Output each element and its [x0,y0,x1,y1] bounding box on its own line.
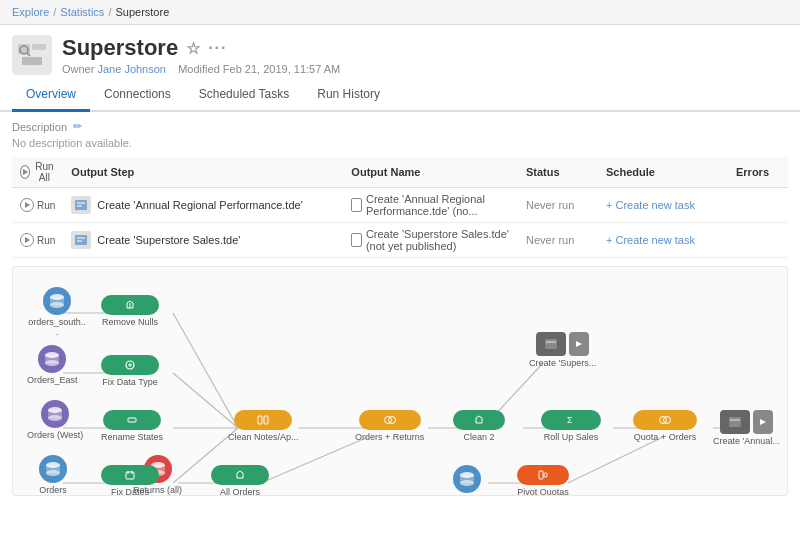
row2-output-name-cell: Create 'Superstore Sales.tde' (not yet p… [343,223,518,258]
page-header: Superstore ☆ ··· Owner Jane Johnson Modi… [0,25,800,79]
col-header-output-name: Output Name [343,157,518,188]
col-header-output-step: Output Step [63,157,343,188]
row1-play-icon [20,198,34,212]
row1-schedule-cell: + Create new task [598,188,728,223]
step-orders-returns-label: Orders + Returns [355,432,424,442]
row1-output-name-text: Create 'Annual Regional Performance.tde'… [366,193,510,217]
description-value: No description available. [12,137,788,149]
node-orders-central[interactable]: Orders (Central) [23,455,83,496]
svg-rect-8 [75,235,87,245]
row1-output-step-cell: Create 'Annual Regional Performance.tde' [63,188,343,223]
step-quota-orders-label: Quota + Orders [634,432,696,442]
col-header-errors: Errors [728,157,788,188]
owner-link[interactable]: Jane Johnson [97,63,166,75]
row1-output-name-cell: Create 'Annual Regional Performance.tde'… [343,188,518,223]
owner-label: Owner [62,63,94,75]
step-orders-returns[interactable]: Orders + Returns [355,410,424,442]
svg-rect-2 [22,57,42,65]
step-create-supers-label: Create 'Supers... [529,358,596,368]
node-orders-south-label: orders_south... [27,317,87,337]
step-rollup-sales[interactable]: Σ Roll Up Sales [541,410,601,442]
node-orders-west-label: Orders (West) [27,430,83,440]
page-title: Superstore ☆ ··· [62,35,788,61]
row2-output-step-cell: Create 'Superstore Sales.tde' [63,223,343,258]
row2-create-task-link[interactable]: + Create new task [606,234,695,246]
node-orders-south[interactable]: orders_south... [27,287,87,337]
node-orders-west[interactable]: Orders (West) [27,400,83,440]
row1-run-button[interactable]: Run [20,198,55,212]
favorite-icon[interactable]: ☆ [186,39,200,58]
step-create-supers[interactable]: Create 'Supers... [529,332,596,368]
step-clean2[interactable]: Clean 2 [453,410,505,442]
row1-create-task-link[interactable]: + Create new task [606,199,695,211]
svg-rect-48 [128,418,136,422]
row2-output-name-text: Create 'Superstore Sales.tde' (not yet p… [366,228,510,252]
step-clean2-label: Clean 2 [463,432,494,442]
svg-rect-60 [544,473,547,477]
step-quota[interactable]: Quota [453,465,481,496]
svg-rect-52 [258,416,262,424]
breadcrumb-explore[interactable]: Explore [12,6,49,18]
row2-output-step-icon [71,231,91,249]
step-fix-dates-label: Fix Dates [111,487,149,496]
step-create-annual-label: Create 'Annual... [713,436,780,446]
node-orders-east-label: Orders_East [27,375,78,385]
step-all-orders-label: Clean Notes/Ap... [228,432,299,442]
node-orders-east[interactable]: Orders_East [27,345,78,385]
step-fix-dates[interactable]: Fix Dates [101,465,159,496]
step-rename-states-label: Rename States [101,432,163,442]
step-rename-states[interactable]: Rename States [101,410,163,442]
step-pivot-quotas-label: Pivot Quotas [517,487,569,496]
tab-scheduled-tasks[interactable]: Scheduled Tasks [185,79,304,112]
step-clean-notes-label: All Orders [220,487,260,496]
step-pivot-quotas[interactable]: Pivot Quotas [517,465,569,496]
more-options-icon[interactable]: ··· [208,39,227,57]
step-remove-nulls[interactable]: Remove Nulls [101,295,159,327]
svg-line-28 [568,437,663,483]
flow-canvas[interactable]: orders_south... Orders_East Orders (West… [12,266,788,496]
step-quota-orders[interactable]: Quota + Orders [633,410,697,442]
svg-rect-67 [729,417,741,427]
svg-rect-53 [264,416,268,424]
breadcrumb-statistics[interactable]: Statistics [60,6,104,18]
run-all-button[interactable]: Run All [20,161,55,183]
output-steps-table: Run All Output Step Output Name Status S… [12,157,788,258]
col-header-run-all: Run All [12,157,63,188]
description-row: Description ✏ [12,120,788,133]
row2-run-label: Run [37,235,55,246]
step-fix-data-type[interactable]: Fix Data Type [101,355,159,387]
step-create-annual[interactable]: Create 'Annual... [713,410,780,446]
description-label: Description [12,121,67,133]
node-orders-central-label: Orders (Central) [23,485,83,496]
tab-overview[interactable]: Overview [12,79,90,112]
breadcrumb: Explore / Statistics / Superstore [0,0,800,25]
tab-connections[interactable]: Connections [90,79,185,112]
svg-point-58 [460,480,474,486]
step-quota-label: Quota [455,495,480,496]
datasource-icon [12,35,52,75]
step-clean-notes[interactable]: All Orders [211,465,269,496]
svg-point-40 [46,470,60,476]
svg-rect-1 [32,44,46,50]
col-header-schedule: Schedule [598,157,728,188]
edit-description-icon[interactable]: ✏ [73,120,82,133]
svg-line-26 [493,363,543,417]
row1-run-label: Run [37,200,55,211]
tab-run-history[interactable]: Run History [303,79,394,112]
modified-label: Modified [178,63,220,75]
svg-rect-59 [539,471,543,479]
run-all-label: Run All [33,161,55,183]
row2-run-button[interactable]: Run [20,233,55,247]
main-content: Description ✏ No description available. … [0,112,800,508]
col-header-status: Status [518,157,598,188]
row1-run-cell: Run [12,188,63,223]
run-all-play-icon [20,165,30,179]
row2-run-cell: Run [12,223,63,258]
svg-rect-5 [75,200,87,210]
svg-text:Σ: Σ [567,415,573,425]
svg-marker-66 [576,341,582,347]
step-all-orders[interactable]: Clean Notes/Ap... [228,410,299,442]
row2-output-name-icon [351,233,362,247]
svg-point-31 [50,302,64,308]
row1-output-step-text: Create 'Annual Regional Performance.tde' [97,199,302,211]
